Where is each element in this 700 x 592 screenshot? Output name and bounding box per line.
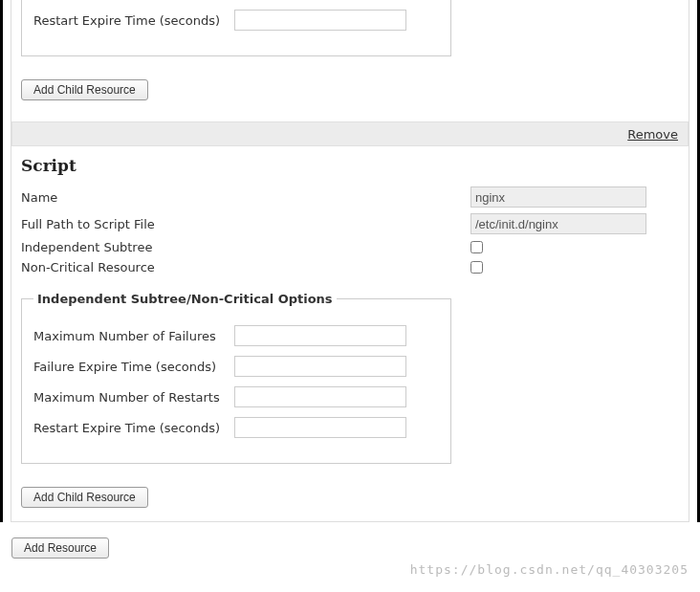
path-input[interactable] <box>470 213 646 234</box>
watermark-text: https://blog.csdn.net/qq_40303205 <box>410 562 689 570</box>
add-child-resource-button-top[interactable]: Add Child Resource <box>21 79 148 100</box>
max-failures-input[interactable] <box>234 325 406 346</box>
max-restarts-label: Maximum Number of Restarts <box>33 390 234 405</box>
max-failures-label: Maximum Number of Failures <box>33 329 234 343</box>
max-restarts-input[interactable] <box>234 386 406 407</box>
noncritical-label: Non-Critical Resource <box>21 260 470 274</box>
restart-expire-input2[interactable] <box>234 417 406 438</box>
form-row-indep: Independent Subtree <box>21 240 652 254</box>
restart-expire-input[interactable] <box>234 10 406 31</box>
option-row: Restart Expire Time (seconds) <box>33 417 439 438</box>
form-row-name: Name <box>21 186 652 208</box>
add-child-resource-button-bottom[interactable]: Add Child Resource <box>21 487 148 508</box>
name-input[interactable] <box>470 186 646 208</box>
inner-panel: Restart Expire Time (seconds) Add Child … <box>11 0 689 522</box>
independent-subtree-label: Independent Subtree <box>21 240 470 254</box>
script-heading: Script <box>21 156 679 175</box>
failure-expire-input[interactable] <box>234 356 406 377</box>
option-row: Restart Expire Time (seconds) <box>33 10 439 31</box>
option-row: Maximum Number of Failures <box>33 325 439 346</box>
remove-link[interactable]: Remove <box>627 127 678 142</box>
option-row: Maximum Number of Restarts <box>33 386 439 407</box>
restart-expire-label2: Restart Expire Time (seconds) <box>33 421 234 435</box>
options-fieldset-top: Restart Expire Time (seconds) <box>21 0 451 56</box>
add-resource-button[interactable]: Add Resource <box>11 537 109 559</box>
restart-expire-label: Restart Expire Time (seconds) <box>33 13 234 28</box>
independent-subtree-checkbox[interactable] <box>470 241 483 253</box>
section-divider: Remove <box>11 121 689 146</box>
form-row-path: Full Path to Script File <box>21 213 652 234</box>
options-fieldset-script: Independent Subtree/Non-Critical Options… <box>21 292 451 464</box>
name-label: Name <box>21 190 470 205</box>
option-row: Failure Expire Time (seconds) <box>33 356 439 377</box>
noncritical-checkbox[interactable] <box>470 261 483 274</box>
options-legend: Independent Subtree/Non-Critical Options <box>33 292 337 306</box>
failure-expire-label: Failure Expire Time (seconds) <box>33 360 234 374</box>
outer-container: Restart Expire Time (seconds) Add Child … <box>0 0 700 522</box>
path-label: Full Path to Script File <box>21 217 470 231</box>
form-row-noncrit: Non-Critical Resource <box>21 260 652 274</box>
